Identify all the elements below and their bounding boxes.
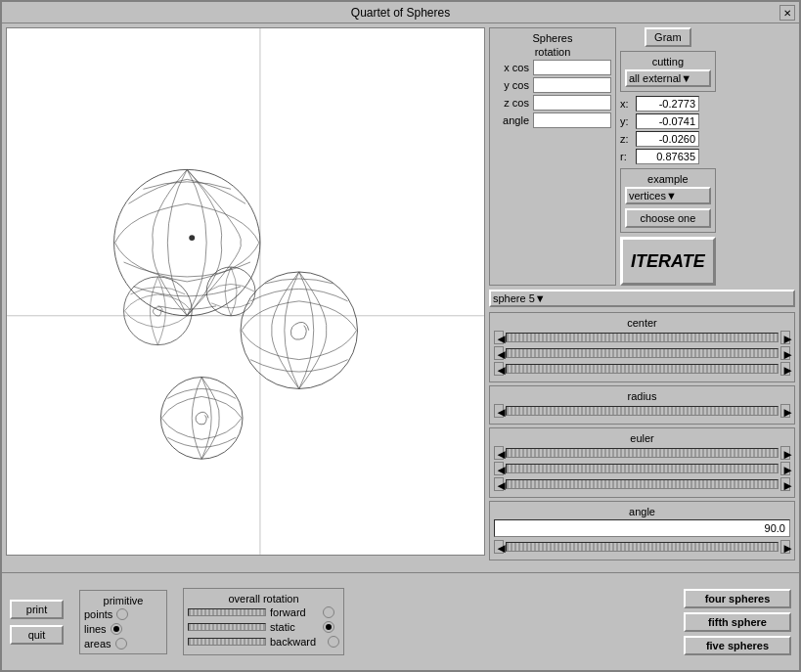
- center-slider-1[interactable]: ◄ ►: [494, 331, 790, 344]
- y-cos-input[interactable]: [533, 77, 611, 93]
- points-radio-row: points: [84, 608, 162, 620]
- y-coord-value: -0.0741: [636, 113, 699, 129]
- spheres-title: Spheres: [494, 32, 611, 44]
- center-slider-3-right[interactable]: ►: [780, 362, 790, 376]
- center-track-3: [506, 364, 779, 374]
- euler-slider-2-left[interactable]: ◄: [494, 462, 504, 475]
- center-slider-1-right[interactable]: ►: [780, 331, 790, 344]
- cutting-value: all external: [629, 72, 681, 84]
- radius-slider-left[interactable]: ◄: [494, 404, 504, 418]
- primitive-group: primitive points lines areas: [79, 590, 167, 654]
- example-dropdown[interactable]: vertices ▼: [625, 187, 711, 204]
- points-label: points: [84, 608, 112, 620]
- lines-radio[interactable]: [111, 623, 122, 635]
- y-cos-label: y cos: [494, 79, 533, 91]
- coord-display: x: -0.2773 y: -0.0741 z: -0.0260 r:: [620, 96, 716, 164]
- fifth-sphere-button[interactable]: fifth sphere: [684, 612, 791, 632]
- backward-row: backward: [188, 636, 339, 648]
- euler-slider-3-left[interactable]: ◄: [494, 477, 504, 491]
- euler-track-1: [506, 448, 779, 458]
- x-coord-label: x:: [620, 98, 634, 110]
- main-window: Quartet of Spheres ✕: [0, 0, 801, 672]
- print-button[interactable]: print: [10, 600, 64, 619]
- cutting-dropdown[interactable]: all external ▼: [625, 69, 711, 87]
- backward-radio[interactable]: [328, 636, 339, 648]
- x-coord-value: -0.2773: [636, 96, 699, 112]
- euler-slider-3-right[interactable]: ►: [780, 477, 790, 491]
- euler-slider-1-right[interactable]: ►: [780, 446, 790, 460]
- center-track-1: [506, 333, 779, 342]
- euler-slider-3[interactable]: ◄ ►: [494, 477, 790, 491]
- center-slider-2[interactable]: ◄ ►: [494, 346, 790, 360]
- center-slider-3[interactable]: ◄ ►: [494, 362, 790, 376]
- canvas-area: sphere: [6, 27, 485, 556]
- close-button[interactable]: ✕: [779, 5, 795, 21]
- iterate-button[interactable]: ITERATE: [620, 237, 716, 286]
- euler-track-3: [506, 479, 779, 489]
- static-radio[interactable]: [323, 621, 334, 633]
- backward-slider[interactable]: [188, 638, 266, 646]
- sphere-dropdown-arrow: ▼: [535, 292, 546, 304]
- center-panel: center ◄ ► ◄ ► ◄ ►: [489, 312, 795, 382]
- z-cos-input[interactable]: [533, 95, 611, 111]
- euler-panel: euler ◄ ► ◄ ► ◄ ►: [489, 427, 795, 498]
- sphere-dropdown[interactable]: sphere 5 ▼: [489, 290, 795, 307]
- five-spheres-button[interactable]: five spheres: [684, 636, 791, 655]
- example-dropdown-arrow: ▼: [666, 190, 677, 202]
- radius-slider[interactable]: ◄ ►: [494, 404, 790, 418]
- center-slider-1-left[interactable]: ◄: [494, 331, 504, 344]
- example-area: example vertices ▼ choose one: [620, 168, 716, 233]
- svg-point-5: [160, 378, 243, 460]
- euler-track-2: [506, 464, 779, 473]
- angle-panel-title: angle: [494, 506, 790, 517]
- spheres-rotation-panel: Spheres rotation x cos y cos z cos: [489, 27, 616, 286]
- euler-slider-1-left[interactable]: ◄: [494, 446, 504, 460]
- angle-slider-right[interactable]: ►: [780, 540, 790, 554]
- forward-slider[interactable]: [188, 608, 266, 616]
- middle-right: Gram cutting all external ▼ x: -0.2773: [620, 27, 716, 286]
- areas-radio[interactable]: [115, 638, 127, 650]
- lines-radio-row: lines: [84, 623, 162, 635]
- overall-rotation-group: overall rotation forward static backward: [183, 588, 344, 655]
- static-slider[interactable]: [188, 623, 266, 631]
- svg-point-3: [189, 235, 195, 241]
- example-title: example: [625, 173, 711, 185]
- center-slider-3-left[interactable]: ◄: [494, 362, 504, 376]
- euler-slider-2[interactable]: ◄ ►: [494, 462, 790, 475]
- center-slider-2-right[interactable]: ►: [780, 346, 790, 360]
- x-cos-input[interactable]: [533, 60, 611, 75]
- euler-slider-2-right[interactable]: ►: [780, 462, 790, 475]
- choose-one-button[interactable]: choose one: [625, 208, 711, 228]
- cutting-arrow: ▼: [681, 72, 691, 84]
- angle-input[interactable]: [533, 112, 611, 128]
- areas-label: areas: [84, 638, 111, 650]
- cutting-title: cutting: [625, 56, 711, 67]
- r-coord-value: 0.87635: [636, 149, 699, 164]
- angle-slider[interactable]: ◄ ►: [494, 540, 790, 554]
- quit-button[interactable]: quit: [10, 625, 64, 645]
- gram-button[interactable]: Gram: [645, 27, 691, 47]
- angle-slider-left[interactable]: ◄: [494, 540, 504, 554]
- center-track-2: [506, 348, 779, 358]
- euler-slider-1[interactable]: ◄ ►: [494, 446, 790, 460]
- euler-title: euler: [494, 432, 790, 444]
- y-coord-label: y:: [620, 115, 634, 127]
- points-radio[interactable]: [116, 608, 128, 620]
- angle-label: angle: [494, 114, 533, 126]
- x-cos-label: x cos: [494, 62, 533, 73]
- center-slider-2-left[interactable]: ◄: [494, 346, 504, 360]
- radius-track: [506, 406, 779, 416]
- radius-title: radius: [494, 390, 790, 402]
- cutting-area: cutting all external ▼: [620, 51, 716, 92]
- title-bar: Quartet of Spheres ✕: [2, 2, 799, 23]
- right-panel: Spheres rotation x cos y cos z cos: [489, 27, 795, 568]
- example-dropdown-value: vertices: [629, 190, 666, 202]
- bottom-buttons: four spheres fifth sphere five spheres: [684, 589, 791, 655]
- static-label: static: [270, 621, 319, 633]
- four-spheres-button[interactable]: four spheres: [684, 589, 791, 608]
- primitive-title: primitive: [84, 595, 162, 606]
- rotation-subtitle: rotation: [494, 46, 611, 58]
- gram-btn-area: Gram: [620, 27, 716, 47]
- forward-radio[interactable]: [323, 606, 334, 618]
- radius-slider-right[interactable]: ►: [780, 404, 790, 418]
